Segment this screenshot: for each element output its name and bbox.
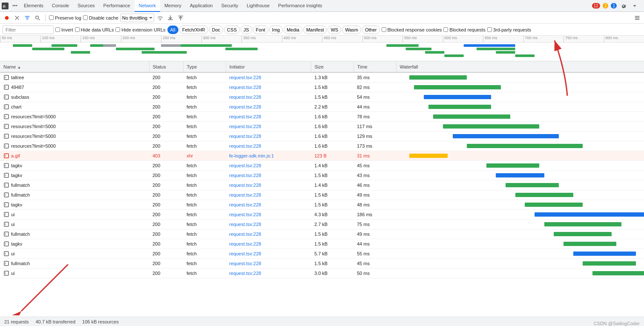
initiator-link[interactable]: request.tsx:228 <box>229 251 261 256</box>
initiator-link[interactable]: fe-logger-sdk.min.js:1 <box>229 153 274 158</box>
initiator-link[interactable]: request.tsx:228 <box>229 192 261 197</box>
filter-tag-media[interactable]: Media <box>284 26 302 34</box>
col-waterfall[interactable]: Waterfall <box>396 61 644 72</box>
table-row[interactable]: resources?limit=5000 200fetchrequest.tsx… <box>0 112 644 122</box>
settings-button[interactable] <box>619 2 628 10</box>
table-row[interactable]: ui 200fetchrequest.tsx:2285.7 kB55 ms <box>0 249 644 259</box>
devtools-menu-icon[interactable] <box>10 3 20 9</box>
col-type[interactable]: Type <box>183 61 226 72</box>
search-button[interactable] <box>33 14 42 22</box>
hide-extension-urls-checkbox[interactable]: Hide extension URLs <box>115 27 165 32</box>
filter-tag-js[interactable]: JS <box>241 26 252 34</box>
third-party-checkbox[interactable]: 3rd-party requests <box>487 27 531 32</box>
initiator-link[interactable]: request.tsx:228 <box>229 114 261 119</box>
blocked-requests-checkbox[interactable]: Blocked requests <box>443 27 485 32</box>
tab-lighthouse[interactable]: Lighthouse <box>242 0 274 12</box>
table-row[interactable]: taltree 200fetchrequest.tsx:2281.3 kB35 … <box>0 72 644 83</box>
export-button[interactable] <box>176 14 185 22</box>
table-row[interactable]: ui 200fetchrequest.tsx:2284.3 kB186 ms <box>0 210 644 220</box>
table-row[interactable]: subclass 200fetchrequest.tsx:2281.5 kB54… <box>0 92 644 102</box>
throttling-select[interactable]: No throttling <box>120 14 154 22</box>
more-tabs-button[interactable] <box>630 2 639 10</box>
filter-tag-img[interactable]: Img <box>269 26 283 34</box>
initiator-link[interactable]: request.tsx:228 <box>229 94 261 100</box>
table-row[interactable]: tagkv 200fetchrequest.tsx:2281.5 kB43 ms <box>0 171 644 180</box>
initiator-link[interactable]: request.tsx:228 <box>229 241 261 246</box>
col-name[interactable]: Name ▲ <box>0 61 149 72</box>
table-row[interactable]: fullmatch 200fetchrequest.tsx:2281.5 kB4… <box>0 229 644 239</box>
initiator-link[interactable]: request.tsx:228 <box>229 261 261 266</box>
initiator-link[interactable]: request.tsx:228 <box>229 124 261 129</box>
initiator-link[interactable]: request.tsx:228 <box>229 143 261 149</box>
initiator-link[interactable]: request.tsx:228 <box>229 202 261 207</box>
hide-data-urls-checkbox[interactable]: Hide data URLs <box>75 27 114 32</box>
table-row[interactable]: tagkv 200fetchrequest.tsx:2281.4 kB45 ms <box>0 161 644 171</box>
network-table-wrapper[interactable]: Name ▲ Status Type Initiator Size Time W… <box>0 61 644 304</box>
table-row[interactable]: fullmatch 200fetchrequest.tsx:2281.5 kB4… <box>0 190 644 200</box>
initiator-link[interactable]: request.tsx:228 <box>229 104 261 109</box>
tab-network[interactable]: Network <box>135 0 160 12</box>
filter-tag-wasm[interactable]: Wasm <box>342 26 361 34</box>
tab-memory[interactable]: Memory <box>160 0 186 12</box>
toolbar-settings-button[interactable] <box>633 14 641 22</box>
invert-checkbox[interactable]: Invert <box>55 27 73 32</box>
initiator-link[interactable]: request.tsx:228 <box>229 183 261 188</box>
wifi-button[interactable] <box>156 14 164 22</box>
tab-performance[interactable]: Performance <box>99 0 135 12</box>
hide-data-urls-input[interactable] <box>75 27 80 32</box>
initiator-link[interactable]: request.tsx:228 <box>229 212 261 217</box>
filter-tag-other[interactable]: Other <box>362 26 380 34</box>
tab-security[interactable]: Security <box>217 0 242 12</box>
table-row[interactable]: tagkv 200fetchrequest.tsx:2281.5 kB48 ms <box>0 200 644 210</box>
initiator-link[interactable]: request.tsx:228 <box>229 271 261 276</box>
initiator-link[interactable]: request.tsx:228 <box>229 134 261 139</box>
initiator-link[interactable]: request.tsx:228 <box>229 173 261 178</box>
preserve-log-input[interactable] <box>49 15 54 20</box>
tab-console[interactable]: Console <box>48 0 73 12</box>
invert-input[interactable] <box>55 27 60 32</box>
filter-button[interactable] <box>23 14 32 22</box>
table-row[interactable]: a.gif 403xhrfe-logger-sdk.min.js:1123 B3… <box>0 151 644 161</box>
tab-elements[interactable]: Elements <box>20 0 48 12</box>
preserve-log-checkbox[interactable]: Preserve log <box>49 15 81 20</box>
filter-tag-all[interactable]: All <box>167 26 178 34</box>
col-status[interactable]: Status <box>149 61 183 72</box>
third-party-input[interactable] <box>487 27 492 32</box>
initiator-link[interactable]: request.tsx:228 <box>229 85 261 90</box>
tab-perf-insights[interactable]: Performance insights <box>274 0 326 12</box>
disable-cache-input[interactable] <box>83 15 88 20</box>
table-row[interactable]: resources?limit=5000 200fetchrequest.tsx… <box>0 132 644 141</box>
filter-input[interactable] <box>3 26 54 34</box>
clear-button[interactable] <box>13 14 21 22</box>
blocked-cookies-input[interactable] <box>382 27 386 32</box>
blocked-cookies-checkbox[interactable]: Blocked response cookies <box>382 27 442 32</box>
initiator-link[interactable]: request.tsx:228 <box>229 75 261 80</box>
filter-tag-doc[interactable]: Doc <box>209 26 224 34</box>
table-row[interactable]: ui 200fetchrequest.tsx:2282.7 kB75 ms <box>0 220 644 229</box>
initiator-link[interactable]: request.tsx:228 <box>229 222 261 227</box>
filter-tag-fetch-xhr[interactable]: Fetch/XHR <box>179 26 208 34</box>
filter-tag-manifest[interactable]: Manifest <box>303 26 327 34</box>
col-initiator[interactable]: Initiator <box>226 61 311 72</box>
filter-tag-font[interactable]: Font <box>253 26 268 34</box>
table-row[interactable]: fullmatch 200fetchrequest.tsx:2281.5 kB4… <box>0 259 644 269</box>
table-row[interactable]: resources?limit=5000 200fetchrequest.tsx… <box>0 141 644 151</box>
filter-tag-css[interactable]: CSS <box>224 26 240 34</box>
table-row[interactable]: tagkv 200fetchrequest.tsx:2281.5 kB44 ms <box>0 239 644 249</box>
disable-cache-checkbox[interactable]: Disable cache <box>83 15 118 20</box>
col-time[interactable]: Time <box>354 61 396 72</box>
table-row[interactable]: ui 200fetchrequest.tsx:2283.0 kB50 ms <box>0 269 644 278</box>
record-button[interactable] <box>3 14 11 22</box>
table-row[interactable]: fullmatch 200fetchrequest.tsx:2281.4 kB4… <box>0 180 644 190</box>
table-row[interactable]: chart 200fetchrequest.tsx:2282.2 kB44 ms <box>0 102 644 112</box>
table-row[interactable]: resources?limit=5000 200fetchrequest.tsx… <box>0 122 644 132</box>
filter-tag-ws[interactable]: WS <box>328 26 341 34</box>
blocked-requests-input[interactable] <box>443 27 448 32</box>
initiator-link[interactable]: request.tsx:228 <box>229 232 261 237</box>
hide-extension-urls-input[interactable] <box>115 27 120 32</box>
col-size[interactable]: Size <box>311 61 354 72</box>
import-button[interactable] <box>166 14 175 22</box>
table-row[interactable]: 49487 200fetchrequest.tsx:2281.5 kB82 ms <box>0 83 644 92</box>
initiator-link[interactable]: request.tsx:228 <box>229 163 261 168</box>
tab-sources[interactable]: Sources <box>73 0 99 12</box>
